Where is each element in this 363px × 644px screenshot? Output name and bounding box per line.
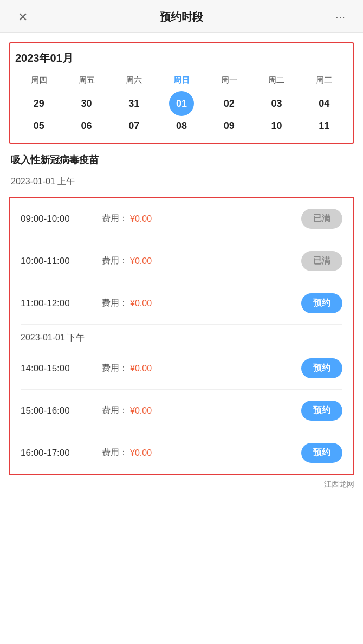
cal-weekday-周五: 周五 bbox=[63, 72, 111, 89]
cal-weekday-周二: 周二 bbox=[253, 72, 301, 89]
slot-full-button: 已满 bbox=[301, 209, 342, 229]
cal-day-08[interactable]: 08 bbox=[158, 118, 205, 134]
morning-slot-row-2: 11:00-12:00费用： ¥0.00预约 bbox=[21, 282, 342, 325]
morning-slot-row-1: 10:00-11:00费用： ¥0.00已满 bbox=[21, 240, 342, 282]
slot-time: 11:00-12:00 bbox=[21, 298, 96, 309]
close-icon[interactable]: ✕ bbox=[13, 10, 33, 24]
slot-time: 14:00-15:00 bbox=[21, 363, 96, 374]
afternoon-slots: 14:00-15:00费用： ¥0.00预约15:00-16:00费用： ¥0.… bbox=[10, 347, 353, 474]
cal-day-04[interactable]: 04 bbox=[300, 89, 348, 118]
vaccine-name: 吸入性新冠病毒疫苗 bbox=[11, 153, 352, 166]
cal-weekday-周六: 周六 bbox=[110, 72, 158, 89]
slot-fee: 费用： ¥0.00 bbox=[102, 298, 301, 309]
cal-day-09[interactable]: 09 bbox=[205, 118, 253, 134]
cal-day-01[interactable]: 01 bbox=[158, 89, 205, 118]
afternoon-session-header: 2023-01-01 下午 bbox=[10, 325, 353, 347]
calendar-section: 2023年01月 周四周五周六周日周一周二周三29303101020304050… bbox=[9, 42, 354, 144]
slot-book-button[interactable]: 预约 bbox=[301, 293, 342, 313]
vaccine-section: 吸入性新冠病毒疫苗 2023-01-01 上午 bbox=[0, 144, 363, 197]
slot-fee: 费用： ¥0.00 bbox=[102, 255, 301, 267]
slots-bordered-section: 09:00-10:00费用： ¥0.00已满10:00-11:00费用： ¥0.… bbox=[9, 197, 354, 475]
afternoon-slot-row-0: 14:00-15:00费用： ¥0.00预约 bbox=[21, 347, 342, 390]
cal-day-30[interactable]: 30 bbox=[63, 89, 111, 118]
app-header: ✕ 预约时段 ··· bbox=[0, 0, 363, 33]
afternoon-slot-row-1: 15:00-16:00费用： ¥0.00预约 bbox=[21, 390, 342, 432]
morning-session-header: 2023-01-01 上午 bbox=[11, 172, 352, 191]
cal-weekday-周日: 周日 bbox=[158, 72, 205, 89]
cal-weekday-周三: 周三 bbox=[300, 72, 348, 89]
main-content: 2023年01月 周四周五周六周日周一周二周三29303101020304050… bbox=[0, 42, 363, 495]
slot-time: 10:00-11:00 bbox=[21, 256, 96, 267]
slot-time: 16:00-17:00 bbox=[21, 448, 96, 459]
page-title: 预约时段 bbox=[33, 10, 330, 24]
cal-day-05[interactable]: 05 bbox=[15, 118, 63, 134]
morning-slots: 09:00-10:00费用： ¥0.00已满10:00-11:00费用： ¥0.… bbox=[10, 198, 353, 325]
cal-day-10[interactable]: 10 bbox=[253, 118, 301, 134]
slot-fee: 费用： ¥0.00 bbox=[102, 363, 301, 374]
slot-fee: 费用： ¥0.00 bbox=[102, 213, 301, 224]
slot-time: 09:00-10:00 bbox=[21, 214, 96, 224]
calendar-month-label: 2023年01月 bbox=[15, 51, 348, 66]
afternoon-slot-row-2: 16:00-17:00费用： ¥0.00预约 bbox=[21, 432, 342, 474]
cal-weekday-周四: 周四 bbox=[15, 72, 63, 89]
more-icon[interactable]: ··· bbox=[330, 10, 350, 24]
slot-full-button: 已满 bbox=[301, 251, 342, 271]
calendar-grid: 周四周五周六周日周一周二周三29303101020304050607080910… bbox=[15, 72, 348, 134]
cal-day-07[interactable]: 07 bbox=[110, 118, 158, 134]
slot-fee: 费用： ¥0.00 bbox=[102, 447, 301, 459]
morning-slot-row-0: 09:00-10:00费用： ¥0.00已满 bbox=[21, 198, 342, 240]
slot-book-button[interactable]: 预约 bbox=[301, 401, 342, 421]
slot-book-button[interactable]: 预约 bbox=[301, 443, 342, 463]
cal-day-06[interactable]: 06 bbox=[63, 118, 111, 134]
cal-day-31[interactable]: 31 bbox=[110, 89, 158, 118]
slot-fee: 费用： ¥0.00 bbox=[102, 405, 301, 416]
cal-day-03[interactable]: 03 bbox=[253, 89, 301, 118]
slot-book-button[interactable]: 预约 bbox=[301, 358, 342, 378]
cal-day-29[interactable]: 29 bbox=[15, 89, 63, 118]
watermark: 江西龙网 bbox=[0, 475, 363, 495]
cal-day-11[interactable]: 11 bbox=[300, 118, 348, 134]
cal-day-02[interactable]: 02 bbox=[205, 89, 253, 118]
cal-weekday-周一: 周一 bbox=[205, 72, 253, 89]
slot-time: 15:00-16:00 bbox=[21, 405, 96, 416]
